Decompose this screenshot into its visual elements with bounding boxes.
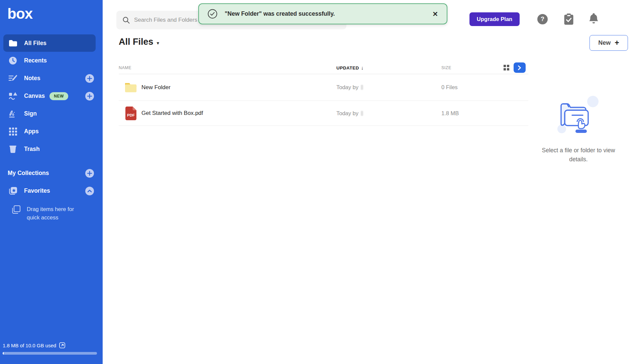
storage-meter: 1.8 MB of 10.0 GB used <box>3 342 97 355</box>
sidebar-item-label: Apps <box>24 128 39 135</box>
redacted-username <box>361 111 363 116</box>
bell-icon <box>588 13 599 25</box>
file-name[interactable]: New Folder <box>141 84 171 91</box>
sidebar-item-label: Favorites <box>24 187 50 194</box>
clock-icon <box>8 56 17 65</box>
file-name[interactable]: Get Started with Box.pdf <box>141 110 203 117</box>
file-updated: Today by <box>336 110 441 117</box>
check-circle-icon <box>208 9 217 19</box>
trash-icon <box>8 145 17 153</box>
pdf-file-icon: PDF <box>124 107 137 120</box>
add-canvas-button[interactable] <box>85 92 94 101</box>
drag-items-hint: Drag items here for quick access <box>0 205 103 222</box>
toast-message: "New Folder" was created successfully. <box>225 10 335 17</box>
add-collection-button[interactable] <box>85 169 94 178</box>
canvas-icon <box>8 92 17 101</box>
details-panel: Select a file or folder to view details. <box>528 94 629 164</box>
sidebar-item-label: Canvas <box>24 93 45 100</box>
sidebar-item-favorites[interactable]: Favorites <box>0 182 103 200</box>
collapse-favorites-button[interactable] <box>85 187 94 195</box>
file-table: NAME UPDATED↓ SIZE New Folder Today by 0… <box>119 61 528 126</box>
add-note-button[interactable] <box>85 74 94 83</box>
favorites-icon <box>8 186 17 195</box>
chevron-right-icon <box>518 65 522 70</box>
help-button[interactable]: ? <box>537 14 548 24</box>
box-logo: box <box>7 5 32 22</box>
file-size: 0 Files <box>441 84 502 90</box>
details-hint-text: Select a file or folder to view details. <box>542 146 615 164</box>
page-title: All Files <box>119 37 153 47</box>
apps-icon <box>8 128 17 136</box>
file-updated: Today by <box>336 84 441 90</box>
sidebar-item-label: Recents <box>24 57 47 64</box>
sidebar-item-label: Notes <box>24 75 40 82</box>
sidebar-nav: All Files Recents Notes <box>0 34 103 158</box>
stacked-items-icon <box>11 205 21 216</box>
caret-down-icon: ▾ <box>157 38 159 46</box>
toast-close-icon[interactable]: ✕ <box>432 10 438 18</box>
storage-progress-bar <box>3 352 97 355</box>
success-toast: "New Folder" was created successfully. ✕ <box>198 3 447 24</box>
sidebar-item-notes[interactable]: Notes <box>0 69 103 87</box>
new-button[interactable]: New + <box>590 35 628 51</box>
table-header: NAME UPDATED↓ SIZE <box>119 61 528 74</box>
tasks-button[interactable] <box>564 13 573 26</box>
grid-view-icon[interactable] <box>504 65 509 70</box>
folder-icon <box>8 40 17 46</box>
sidebar-item-canvas[interactable]: Canvas NEW <box>0 87 103 105</box>
collapse-details-button[interactable] <box>514 62 526 73</box>
sidebar-item-label: Trash <box>24 146 40 153</box>
sidebar-item-all-files[interactable]: All Files <box>3 34 96 52</box>
my-collections-header: My Collections <box>0 164 103 182</box>
folder-yellow-icon <box>124 82 137 93</box>
storage-progress-fill <box>3 352 4 355</box>
sidebar-item-trash[interactable]: Trash <box>0 140 103 158</box>
select-folder-illustration <box>553 94 604 136</box>
sidebar-item-sign[interactable]: Sign <box>0 105 103 123</box>
external-link-icon[interactable] <box>59 342 65 348</box>
notes-icon <box>8 74 17 82</box>
redacted-username <box>361 85 363 90</box>
sidebar: box All Files Recents Notes <box>0 0 103 364</box>
sidebar-item-apps[interactable]: Apps <box>0 123 103 140</box>
storage-usage-text: 1.8 MB of 10.0 GB used <box>3 343 56 348</box>
file-size: 1.8 MB <box>441 110 502 117</box>
clipboard-check-icon <box>564 13 573 25</box>
svg-text:PDF: PDF <box>127 113 135 117</box>
drag-hint-text: Drag items here for quick access <box>27 205 84 222</box>
column-header-updated[interactable]: UPDATED↓ <box>336 65 441 70</box>
sidebar-item-label: All Files <box>24 40 46 47</box>
sidebar-item-recents[interactable]: Recents <box>0 52 103 69</box>
upgrade-plan-button[interactable]: Upgrade Plan <box>469 12 520 26</box>
plus-icon: + <box>615 38 619 47</box>
column-header-name[interactable]: NAME <box>119 65 336 70</box>
view-controls <box>502 62 528 73</box>
page-title-dropdown[interactable]: All Files ▾ <box>119 37 159 47</box>
notifications-button[interactable] <box>588 13 599 26</box>
question-icon: ? <box>541 16 544 23</box>
table-row[interactable]: PDF Get Started with Box.pdf Today by 1.… <box>119 101 528 126</box>
search-icon <box>122 16 130 24</box>
sort-desc-icon: ↓ <box>361 65 364 70</box>
new-badge: NEW <box>49 92 68 100</box>
table-row[interactable]: New Folder Today by 0 Files <box>119 74 528 101</box>
sidebar-item-label: Sign <box>24 110 37 117</box>
signature-icon <box>8 110 17 118</box>
column-header-size[interactable]: SIZE <box>441 65 502 70</box>
